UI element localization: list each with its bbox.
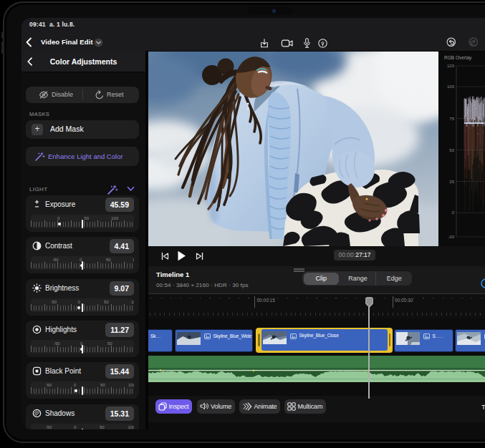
svg-text:120: 120 [447, 64, 455, 68]
svg-text:RGB Overlay: RGB Overlay [444, 55, 472, 61]
svg-text:50: 50 [449, 147, 454, 152]
svg-text:-20: -20 [448, 235, 454, 239]
svg-text:75: 75 [449, 116, 454, 120]
svg-text:25: 25 [449, 179, 454, 183]
svg-text:100: 100 [447, 84, 455, 89]
